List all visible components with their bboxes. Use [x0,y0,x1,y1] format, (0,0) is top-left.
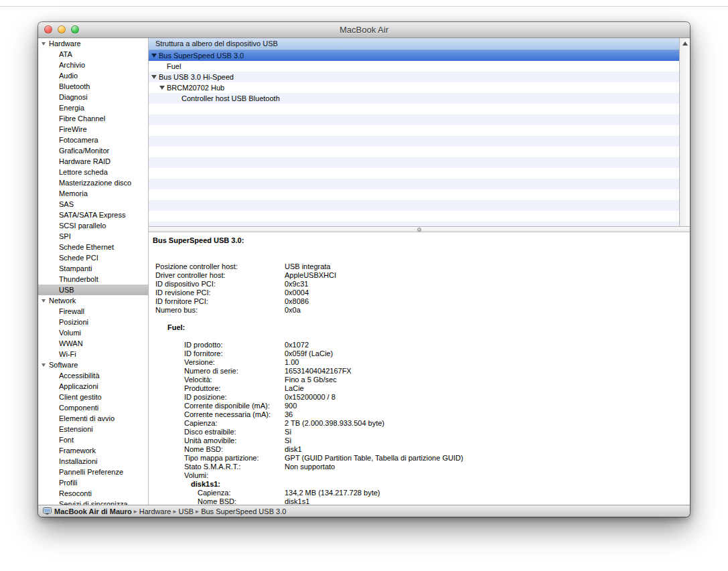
tree-row-brcm20702-hub[interactable]: BRCM20702 Hub [149,82,679,93]
sidebar-item-ata[interactable]: ATA [38,49,148,60]
sidebar-section-hardware[interactable]: Hardware [38,38,148,49]
sidebar-item-applicazioni[interactable]: Applicazioni [38,381,148,392]
sidebar-item-pannelli-preferenze[interactable]: Pannelli Preferenze [38,467,148,477]
sidebar-item-wi-fi[interactable]: Wi-Fi [38,349,148,359]
breadcrumb-item-macbook-air-di-mauro[interactable]: MacBook Air di Mauro [54,507,132,515]
sidebar-item-grafica-monitor[interactable]: Grafica/Monitor [38,145,148,156]
tree-row-empty [149,189,679,200]
sidebar-item-estensioni[interactable]: Estensioni [38,424,148,434]
title-bar[interactable]: MacBook Air [38,22,690,38]
detail-value: 36 [285,410,293,419]
sidebar-item-label: Fotocamera [59,136,98,144]
sidebar-item-label: Installazioni [59,457,97,465]
sidebar-item-energia[interactable]: Energia [38,102,148,113]
sidebar-item-profili[interactable]: Profili [38,477,148,488]
disclosure-down-icon[interactable] [151,54,157,58]
tree-column-header[interactable]: Struttura a albero del dispositivo USB [149,38,679,50]
sidebar-item-spi[interactable]: SPI [38,231,148,242]
sidebar-item-label: Client gestito [59,393,102,401]
tree-row-empty [149,114,679,125]
sidebar-item-sas[interactable]: SAS [38,199,148,210]
detail-label: Capienza: [149,419,218,428]
sidebar-item-label: Grafica/Monitor [59,147,109,155]
detail-value: 134,2 MB (134.217.728 byte) [285,489,380,497]
sidebar-item-masterizzazione-disco[interactable]: Masterizzazione disco [38,177,148,188]
sidebar-item-schede-pci[interactable]: Schede PCI [38,252,148,263]
sidebar-item-archivio[interactable]: Archivio [38,60,148,70]
tree-row-bus-usb-3-0-hi-speed[interactable]: Bus USB 3.0 Hi-Speed [149,72,679,82]
sidebar-item-firewall[interactable]: Firewall [38,306,148,317]
disclosure-down-icon[interactable] [151,75,157,79]
detail-value: AppleUSBXHCI [285,271,336,280]
sidebar-item-posizioni[interactable]: Posizioni [38,317,148,327]
detail-value: USB integrata [285,262,330,271]
tree-row-label: BRCM20702 Hub [167,84,224,92]
detail-row: Posizione controller host:USB integrata [149,262,690,271]
sidebar-item-resoconti[interactable]: Resoconti [38,488,148,499]
sidebar-item-sata-sata-express[interactable]: SATA/SATA Express [38,210,148,220]
detail-value: 16531404042167FX [285,367,352,376]
sidebar-item-fibre-channel[interactable]: Fibre Channel [38,113,148,124]
sidebar-item-scsi-parallelo[interactable]: SCSI parallelo [38,220,148,231]
sidebar-item-lettore-scheda[interactable]: Lettore scheda [38,167,148,177]
tree-row-fuel[interactable]: Fuel [149,61,679,72]
detail-row: ID dispositivo PCI:0x9c31 [149,280,690,289]
sidebar-item-usb[interactable]: USB [38,284,148,295]
detail-row: Fuel: [149,323,690,332]
splitter-grabber-icon[interactable] [417,228,421,232]
sidebar-item-fotocamera[interactable]: Fotocamera [38,135,148,145]
sidebar-item-label: Memoria [59,189,88,197]
computer-icon [43,507,52,516]
pane-splitter[interactable] [149,226,690,232]
detail-row: ID fornitore PCI:0x8086 [149,297,690,306]
sidebar-item-firewire[interactable]: FireWire [38,124,148,135]
sidebar-item-font[interactable]: Font [38,434,148,445]
sidebar-item-componenti[interactable]: Componenti [38,402,148,413]
detail-value: 0x059f (LaCie) [285,349,333,358]
tree-row-bus-superspeed-usb-3-0[interactable]: Bus SuperSpeed USB 3.0 [149,50,679,61]
sidebar-item-accessibilit[interactable]: Accessibilità [38,370,148,381]
sidebar-item-hardware-raid[interactable]: Hardware RAID [38,156,148,167]
detail-label: ID posizione: [149,393,227,402]
sidebar-item-label: Audio [59,72,78,80]
sidebar-section-software[interactable]: Software [38,359,148,370]
sidebar-item-memoria[interactable]: Memoria [38,188,148,199]
sidebar-item-wwan[interactable]: WWAN [38,338,148,349]
sidebar-item-servizi-di-sincronizza[interactable]: Servizi di sincronizza [38,499,148,505]
sidebar-item-label: Resoconti [59,489,92,497]
tree-row-empty [149,136,679,147]
sidebar-item-client-gestito[interactable]: Client gestito [38,392,148,402]
sidebar-item-volumi[interactable]: Volumi [38,327,148,338]
breadcrumb-item-bus-superspeed-usb-3-0[interactable]: Bus SuperSpeed USB 3.0 [201,507,286,515]
sidebar-item-audio[interactable]: Audio [38,70,148,81]
sidebar-section-network[interactable]: Network [38,295,148,306]
detail-row: Corrente disponibile (mA):900 [149,402,690,410]
sidebar-item-label: Schede PCI [59,254,98,262]
sidebar-item-bluetooth[interactable]: Bluetooth [38,81,148,92]
detail-value: Sì [285,428,291,436]
tree-row-label: Bus SuperSpeed USB 3.0 [159,52,244,60]
sidebar-item-installazioni[interactable]: Installazioni [38,456,148,467]
detail-label: Capienza: [149,489,231,497]
sidebar-item-schede-ethernet[interactable]: Schede Ethernet [38,242,148,252]
tree-row-controller-host-usb-bluetooth[interactable]: Controller host USB Bluetooth [149,93,679,104]
sidebar-item-stampanti[interactable]: Stampanti [38,263,148,274]
detail-value: 900 [285,402,297,410]
breadcrumb-item-usb[interactable]: USB [178,507,194,515]
sidebar-item-framework[interactable]: Framework [38,445,148,456]
detail-value: 1.00 [285,358,299,367]
sidebar-item-diagnosi[interactable]: Diagnosi [38,92,148,102]
breadcrumb-item-hardware[interactable]: Hardware [139,507,171,515]
detail-label: ID dispositivo PCI: [149,280,216,289]
detail-row: Capienza:2 TB (2.000.398.933.504 byte) [149,419,690,428]
disclosure-down-icon[interactable] [159,86,165,90]
detail-label: Nome BSD: [149,445,223,454]
tree-scrollbar[interactable] [679,38,690,226]
detail-blank-line [149,315,690,323]
detail-label: Disco estraibile: [149,428,236,436]
sidebar-item-thunderbolt[interactable]: Thunderbolt [38,274,148,284]
sidebar-item-elementi-di-avvio[interactable]: Elementi di avvio [38,413,148,424]
sidebar-item-label: SAS [59,200,74,208]
detail-label: Nome BSD: [149,497,236,505]
scroll-up-arrow-icon[interactable] [682,42,688,46]
